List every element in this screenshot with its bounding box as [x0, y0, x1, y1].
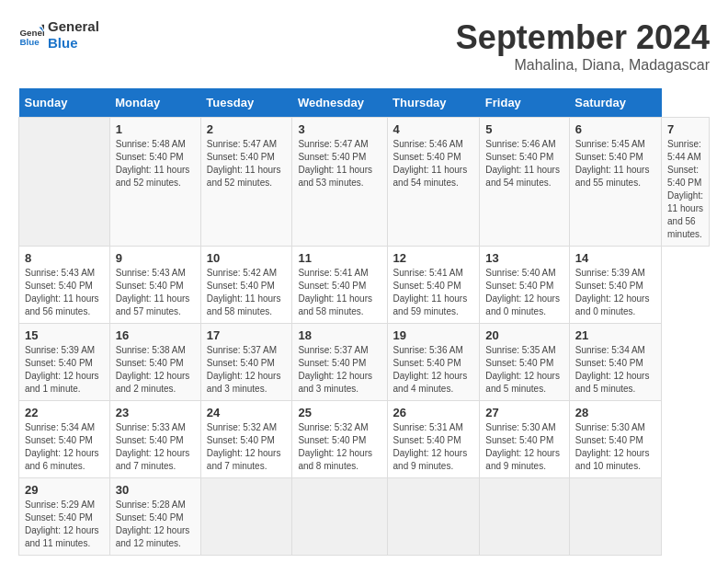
logo-icon: General Blue [18, 22, 44, 48]
calendar-cell: 20Sunrise: 5:35 AMSunset: 5:40 PMDayligh… [480, 324, 569, 401]
header-thursday: Thursday [387, 88, 480, 118]
day-info: Sunrise: 5:28 AMSunset: 5:40 PMDaylight:… [116, 499, 195, 550]
day-number: 2 [207, 122, 287, 136]
day-info: Sunrise: 5:33 AMSunset: 5:40 PMDaylight:… [116, 421, 195, 473]
day-number: 23 [116, 406, 195, 419]
day-info: Sunrise: 5:35 AMSunset: 5:40 PMDaylight:… [485, 344, 563, 396]
calendar-cell: 4Sunrise: 5:46 AMSunset: 5:40 PMDaylight… [387, 118, 480, 247]
day-info: Sunrise: 5:32 AMSunset: 5:40 PMDaylight:… [298, 421, 381, 473]
day-number: 3 [298, 122, 381, 136]
day-info: Sunrise: 5:31 AMSunset: 5:40 PMDaylight:… [393, 421, 474, 473]
svg-text:Blue: Blue [19, 37, 40, 47]
calendar-cell: 13Sunrise: 5:40 AMSunset: 5:40 PMDayligh… [480, 247, 569, 324]
day-info: Sunrise: 5:43 AMSunset: 5:40 PMDaylight:… [116, 267, 195, 318]
header-saturday: Saturday [569, 88, 661, 118]
day-info: Sunrise: 5:39 AMSunset: 5:40 PMDaylight:… [25, 344, 104, 396]
day-number: 16 [116, 328, 195, 342]
calendar-cell: 16Sunrise: 5:38 AMSunset: 5:40 PMDayligh… [109, 324, 200, 401]
header-monday: Monday [109, 88, 200, 118]
day-info: Sunrise: 5:46 AMSunset: 5:40 PMDaylight:… [485, 138, 563, 190]
day-info: Sunrise: 5:45 AMSunset: 5:40 PMDaylight:… [575, 138, 655, 190]
calendar-cell: 28Sunrise: 5:30 AMSunset: 5:40 PMDayligh… [569, 401, 661, 478]
calendar-cell: 18Sunrise: 5:37 AMSunset: 5:40 PMDayligh… [292, 324, 387, 401]
day-number: 10 [207, 251, 287, 265]
day-number: 15 [25, 328, 104, 342]
day-number: 14 [575, 251, 655, 265]
calendar-cell: 24Sunrise: 5:32 AMSunset: 5:40 PMDayligh… [200, 401, 292, 478]
calendar-cell: 7Sunrise: 5:44 AMSunset: 5:40 PMDaylight… [662, 118, 710, 247]
calendar-cell: 11Sunrise: 5:41 AMSunset: 5:40 PMDayligh… [292, 247, 387, 324]
day-number: 12 [393, 251, 474, 265]
header-sunday: Sunday [19, 88, 110, 118]
day-number: 1 [116, 122, 195, 136]
day-number: 30 [116, 483, 195, 497]
calendar-cell: 22Sunrise: 5:34 AMSunset: 5:40 PMDayligh… [19, 401, 110, 478]
month-title: September 2024 [456, 18, 710, 57]
day-info: Sunrise: 5:44 AMSunset: 5:40 PMDaylight:… [667, 138, 703, 241]
logo: General Blue General Blue [18, 18, 99, 52]
day-info: Sunrise: 5:37 AMSunset: 5:40 PMDaylight:… [298, 344, 381, 396]
calendar-cell: 21Sunrise: 5:34 AMSunset: 5:40 PMDayligh… [569, 324, 661, 401]
calendar-week-row: 8Sunrise: 5:43 AMSunset: 5:40 PMDaylight… [19, 247, 710, 324]
day-info: Sunrise: 5:46 AMSunset: 5:40 PMDaylight:… [393, 138, 474, 190]
day-number: 29 [25, 483, 104, 497]
day-number: 5 [485, 122, 563, 136]
day-info: Sunrise: 5:39 AMSunset: 5:40 PMDaylight:… [575, 267, 655, 318]
calendar-cell: 23Sunrise: 5:33 AMSunset: 5:40 PMDayligh… [109, 401, 200, 478]
day-info: Sunrise: 5:30 AMSunset: 5:40 PMDaylight:… [485, 421, 563, 473]
header-friday: Friday [480, 88, 569, 118]
day-number: 20 [485, 328, 563, 342]
calendar-cell [387, 478, 480, 556]
calendar-cell: 30Sunrise: 5:28 AMSunset: 5:40 PMDayligh… [109, 478, 200, 556]
calendar-cell: 17Sunrise: 5:37 AMSunset: 5:40 PMDayligh… [200, 324, 292, 401]
calendar-cell [480, 478, 569, 556]
calendar-cell: 15Sunrise: 5:39 AMSunset: 5:40 PMDayligh… [19, 324, 110, 401]
calendar-week-row: 1Sunrise: 5:48 AMSunset: 5:40 PMDaylight… [19, 118, 710, 247]
calendar-cell: 3Sunrise: 5:47 AMSunset: 5:40 PMDaylight… [292, 118, 387, 247]
day-number: 8 [25, 251, 104, 265]
day-info: Sunrise: 5:42 AMSunset: 5:40 PMDaylight:… [207, 267, 287, 318]
calendar-header-row: SundayMondayTuesdayWednesdayThursdayFrid… [19, 88, 710, 118]
calendar-cell: 14Sunrise: 5:39 AMSunset: 5:40 PMDayligh… [569, 247, 661, 324]
calendar-cell [19, 118, 110, 247]
header: General Blue General Blue September 2024… [18, 18, 710, 74]
calendar-table: SundayMondayTuesdayWednesdayThursdayFrid… [18, 88, 710, 556]
day-info: Sunrise: 5:29 AMSunset: 5:40 PMDaylight:… [25, 499, 104, 550]
day-info: Sunrise: 5:37 AMSunset: 5:40 PMDaylight:… [207, 344, 287, 396]
calendar-cell: 25Sunrise: 5:32 AMSunset: 5:40 PMDayligh… [292, 401, 387, 478]
calendar-cell: 29Sunrise: 5:29 AMSunset: 5:40 PMDayligh… [19, 478, 110, 556]
day-number: 9 [116, 251, 195, 265]
location-subtitle: Mahalina, Diana, Madagascar [456, 57, 710, 74]
calendar-cell: 9Sunrise: 5:43 AMSunset: 5:40 PMDaylight… [109, 247, 200, 324]
day-number: 22 [25, 406, 104, 419]
day-number: 21 [575, 328, 655, 342]
calendar-cell: 26Sunrise: 5:31 AMSunset: 5:40 PMDayligh… [387, 401, 480, 478]
day-number: 6 [575, 122, 655, 136]
calendar-cell: 2Sunrise: 5:47 AMSunset: 5:40 PMDaylight… [200, 118, 292, 247]
day-info: Sunrise: 5:34 AMSunset: 5:40 PMDaylight:… [25, 421, 104, 473]
day-number: 28 [575, 406, 655, 419]
day-info: Sunrise: 5:30 AMSunset: 5:40 PMDaylight:… [575, 421, 655, 473]
calendar-cell: 5Sunrise: 5:46 AMSunset: 5:40 PMDaylight… [480, 118, 569, 247]
day-number: 19 [393, 328, 474, 342]
day-info: Sunrise: 5:32 AMSunset: 5:40 PMDaylight:… [207, 421, 287, 473]
calendar-cell [200, 478, 292, 556]
day-info: Sunrise: 5:48 AMSunset: 5:40 PMDaylight:… [116, 138, 195, 190]
calendar-cell: 19Sunrise: 5:36 AMSunset: 5:40 PMDayligh… [387, 324, 480, 401]
day-info: Sunrise: 5:47 AMSunset: 5:40 PMDaylight:… [298, 138, 381, 190]
calendar-week-row: 29Sunrise: 5:29 AMSunset: 5:40 PMDayligh… [19, 478, 710, 556]
day-number: 27 [485, 406, 563, 419]
calendar-cell: 12Sunrise: 5:41 AMSunset: 5:40 PMDayligh… [387, 247, 480, 324]
day-number: 4 [393, 122, 474, 136]
day-number: 25 [298, 406, 381, 419]
day-info: Sunrise: 5:41 AMSunset: 5:40 PMDaylight:… [298, 267, 381, 318]
calendar-cell [569, 478, 661, 556]
calendar-cell: 27Sunrise: 5:30 AMSunset: 5:40 PMDayligh… [480, 401, 569, 478]
day-number: 11 [298, 251, 381, 265]
day-info: Sunrise: 5:47 AMSunset: 5:40 PMDaylight:… [207, 138, 287, 190]
calendar-week-row: 15Sunrise: 5:39 AMSunset: 5:40 PMDayligh… [19, 324, 710, 401]
calendar-cell [292, 478, 387, 556]
day-number: 24 [207, 406, 287, 419]
calendar-cell: 1Sunrise: 5:48 AMSunset: 5:40 PMDaylight… [109, 118, 200, 247]
header-wednesday: Wednesday [292, 88, 387, 118]
